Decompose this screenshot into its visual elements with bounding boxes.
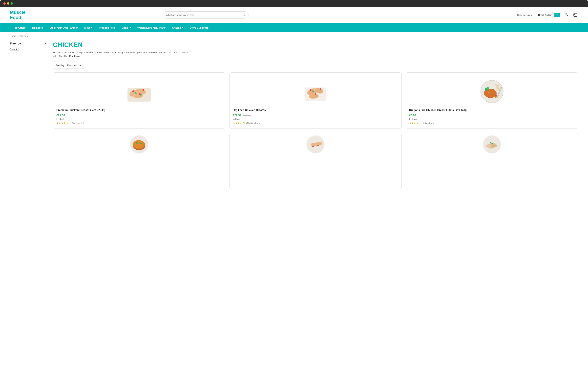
nav-item-prepped-pots[interactable]: Prepped Pots — [96, 23, 118, 32]
chevron-down-icon — [129, 27, 131, 28]
region-name: Great Britain — [536, 12, 554, 18]
nav-label-meals: Meals — [122, 26, 128, 29]
price-row-3: £3.99 — [409, 114, 575, 117]
svg-point-2 — [566, 13, 567, 15]
bottom-card-2-svg — [306, 134, 325, 154]
svg-point-11 — [132, 90, 134, 92]
nav-label-hampers: Hampers — [32, 26, 43, 29]
product-image-2 — [233, 76, 398, 106]
read-more-link[interactable]: Read More — [69, 55, 81, 58]
svg-line-1 — [245, 15, 245, 16]
svg-point-45 — [133, 140, 144, 148]
region-dropdown-button[interactable] — [554, 13, 560, 17]
sort-by-label: Sort by : — [56, 64, 66, 67]
window-chrome — [0, 0, 588, 7]
chevron-down-icon — [91, 27, 92, 28]
nav-item-top-offers[interactable]: Top Offers — [10, 23, 29, 32]
nav-label-snacks: Snacks — [172, 26, 181, 29]
svg-point-24 — [320, 88, 321, 90]
price-current-2: £29.99 — [233, 114, 241, 117]
product-card-6[interactable] — [406, 133, 578, 189]
nav-label-top-offers: Top Offers — [13, 26, 26, 29]
logo-line2: Food — [10, 15, 26, 20]
stars-2: ★★★★ — [233, 122, 242, 125]
chicken-fillets-svg — [124, 78, 154, 103]
lean-breasts-svg — [301, 78, 330, 103]
svg-point-25 — [315, 93, 316, 95]
price-row-1: £21.00 — [56, 114, 222, 117]
region-label: Shop by region: — [517, 14, 532, 16]
traffic-light-minimize[interactable] — [7, 2, 9, 5]
reviews-count-2: (1644 reviews) — [246, 122, 260, 124]
search-input[interactable] — [163, 11, 249, 19]
cart-button[interactable] — [572, 12, 578, 18]
bottom-card-1-svg — [129, 134, 149, 154]
svg-rect-53 — [317, 138, 317, 150]
breadcrumb-separator: › — [17, 35, 18, 37]
logo[interactable]: Muscle Food — [10, 10, 26, 20]
product-name-3: Dragons Fire Chicken Breast Fillets - 2 … — [409, 108, 575, 112]
product-area: CHICKEN Yes, we know our wide range of c… — [53, 39, 578, 189]
product-image-6 — [409, 136, 575, 153]
breadcrumb-home[interactable]: Home — [10, 35, 16, 37]
traffic-light-close[interactable] — [3, 2, 6, 5]
breadcrumb: Home › Chicken — [0, 32, 588, 39]
header-right: Shop by region: Great Britain — [517, 12, 578, 18]
stars-3: ★★★★ — [409, 122, 418, 125]
clear-all-link[interactable]: Clear All — [10, 48, 46, 51]
filter-by-header[interactable]: Filter by — [10, 42, 46, 48]
price-original-2: £40.00 — [243, 114, 251, 117]
nav-item-store-cupboard[interactable]: Store Cupboard — [187, 23, 212, 32]
stars-row-2: ★★★★½ (1644 reviews) — [233, 122, 398, 125]
product-image-1 — [56, 76, 222, 106]
nav-item-hampers[interactable]: Hampers — [29, 23, 46, 32]
search-icon — [243, 13, 246, 17]
search-bar — [163, 11, 249, 19]
main-nav: Top Offers Hampers Build Your Own Hamper… — [0, 23, 588, 32]
nav-label-prepped-pots: Prepped Pots — [99, 26, 115, 29]
sidebar: Filter by Clear All — [10, 39, 46, 189]
main-layout: Filter by Clear All CHICKEN Yes, we know… — [0, 39, 588, 196]
nav-label-weight-loss: Weight Loss Meal Plans — [137, 26, 166, 29]
region-selector[interactable]: Great Britain — [536, 12, 560, 18]
price-current-1: £21.00 — [56, 114, 65, 117]
traffic-light-fullscreen[interactable] — [11, 2, 13, 5]
product-card-2[interactable]: 5kg Lean Chicken Breasts £29.99 £40.00 I… — [229, 72, 402, 129]
stock-status-3: In Stock — [409, 118, 575, 120]
product-name-2: 5kg Lean Chicken Breasts — [233, 108, 398, 112]
nav-item-meals[interactable]: Meals — [118, 23, 134, 32]
filter-chevron-icon — [44, 43, 46, 44]
svg-point-55 — [317, 145, 319, 146]
svg-rect-52 — [315, 139, 315, 150]
product-card-5[interactable] — [229, 133, 402, 189]
stars-row-1: ★★★★½ (1644 reviews) — [56, 122, 222, 125]
nav-item-build-hamper[interactable]: Build Your Own Hamper — [46, 23, 81, 32]
price-row-2: £29.99 £40.00 — [233, 114, 398, 117]
product-grid-row2 — [53, 133, 578, 189]
price-current-3: £3.99 — [409, 114, 416, 117]
nav-item-meat[interactable]: Meat — [81, 23, 96, 32]
sort-select[interactable]: Sort by : Featured — [53, 62, 84, 68]
svg-point-12 — [142, 89, 144, 91]
page-description: Yes, we know our wide range of chicken g… — [53, 51, 189, 58]
site-header: Muscle Food Shop by region: Great Britai… — [0, 7, 588, 23]
nav-item-snacks[interactable]: Snacks — [169, 23, 187, 32]
filter-by-label: Filter by — [10, 42, 21, 45]
product-image-5 — [233, 136, 398, 153]
sort-chevron-icon — [80, 65, 81, 66]
page-title: CHICKEN — [53, 41, 578, 48]
nav-item-weight-loss[interactable]: Weight Loss Meal Plans — [134, 23, 169, 32]
product-card-3[interactable]: Dragons Fire Chicken Breast Fillets - 2 … — [406, 72, 578, 129]
chevron-down-icon — [556, 15, 558, 16]
breadcrumb-current: Chicken — [19, 35, 28, 37]
product-image-3 — [409, 76, 575, 106]
bottom-card-3-svg — [482, 134, 502, 154]
product-card-4[interactable] — [53, 133, 225, 189]
nav-label-build-hamper: Build Your Own Hamper — [49, 26, 78, 29]
stars-row-3: ★★★★½ (35 reviews) — [409, 122, 575, 125]
product-card-1[interactable]: Premium Chicken Breast Fillets - 2.5kg £… — [53, 72, 225, 129]
nav-label-store-cupboard: Store Cupboard — [190, 26, 209, 29]
logo-line1: Muscle — [10, 10, 26, 15]
account-button[interactable] — [564, 12, 569, 18]
reviews-count-1: (1644 reviews) — [70, 122, 84, 124]
